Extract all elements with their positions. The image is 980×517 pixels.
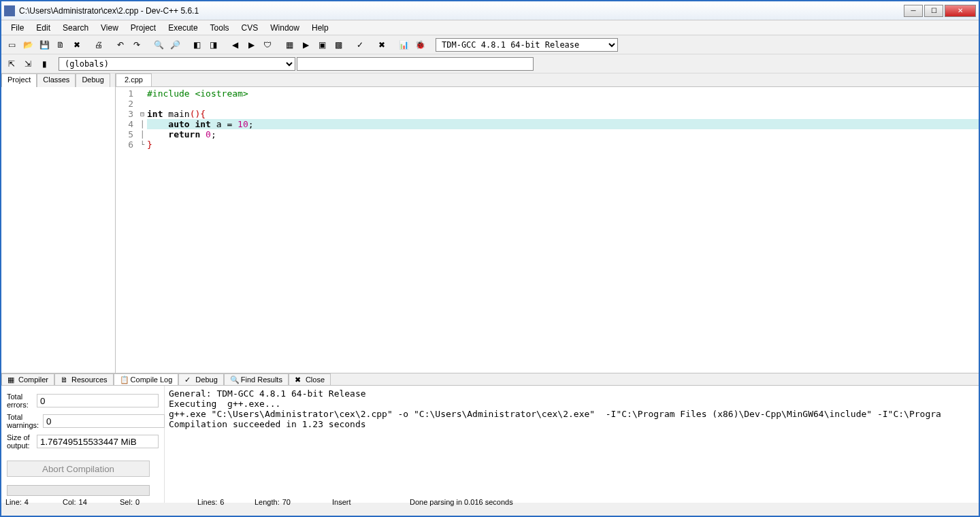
- menu-file[interactable]: File: [5, 22, 29, 34]
- bottom-tab-icon: 🗎: [61, 376, 69, 384]
- menu-help[interactable]: Help: [306, 22, 334, 34]
- sb-col-label: Col:: [63, 498, 76, 506]
- bottom-tab-icon: 📋: [120, 376, 128, 384]
- sb-line-label: Line:: [5, 498, 22, 506]
- project-tree[interactable]: [1, 87, 115, 373]
- bottom-tabs: ▦Compiler🗎Resources📋Compile Log✓Debug🔍Fi…: [1, 373, 979, 386]
- total-warnings-field[interactable]: [43, 414, 165, 428]
- app-icon: [4, 5, 15, 16]
- saveall-icon[interactable]: 🗎: [53, 37, 68, 52]
- left-panel: ProjectClassesDebug: [1, 73, 116, 373]
- bottom-tab-compiler[interactable]: ▦Compiler: [1, 373, 54, 385]
- bottom-tab-label: Debug: [195, 376, 217, 384]
- rebuild-icon[interactable]: ▩: [331, 37, 346, 52]
- menu-execute[interactable]: Execute: [163, 22, 203, 34]
- insert-file-icon[interactable]: ⇱: [4, 56, 19, 71]
- minimize-button[interactable]: ─: [904, 5, 923, 17]
- compile-run-icon[interactable]: ▣: [314, 37, 329, 52]
- menu-search[interactable]: Search: [57, 22, 94, 34]
- window-title: C:\Users\Administrator\cex\2.cpp - Dev-C…: [19, 6, 904, 16]
- fold-column[interactable]: ⊟││└: [137, 87, 147, 373]
- menu-bar: FileEditSearchViewProjectExecuteToolsCVS…: [1, 20, 979, 35]
- bottom-tab-debug[interactable]: ✓Debug: [178, 373, 223, 385]
- maximize-button[interactable]: ☐: [924, 5, 943, 17]
- total-errors-label: Total errors:: [7, 393, 33, 409]
- stop-icon[interactable]: ✖: [374, 37, 389, 52]
- bottom-content: Total errors: Total warnings: Size of ou…: [1, 386, 979, 503]
- sb-sel: 0: [135, 498, 140, 506]
- menu-project[interactable]: Project: [125, 22, 161, 34]
- abort-compilation-button[interactable]: Abort Compilation: [7, 461, 150, 477]
- bottom-tab-label: Find Results: [241, 376, 282, 384]
- menu-edit[interactable]: Edit: [31, 22, 56, 34]
- bottom-tab-label: Close: [306, 376, 325, 384]
- output-size-field[interactable]: [37, 435, 159, 448]
- bookmarks-icon[interactable]: ▮: [37, 56, 52, 71]
- syntax-icon[interactable]: ✓: [353, 37, 368, 52]
- toolbar-1: ▭📂💾🗎✖🖨↶↷🔍🔎◧◨◀▶🛡▦▶▣▩✓✖📊🐞TDM-GCC 4.8.1 64-…: [1, 35, 979, 54]
- compile-log[interactable]: General: TDM-GCC 4.8.1 64-bit Release Ex…: [165, 386, 979, 503]
- open-icon[interactable]: 📂: [20, 37, 35, 52]
- bottom-tab-resources[interactable]: 🗎Resources: [54, 373, 114, 385]
- redo-icon[interactable]: ↷: [129, 37, 144, 52]
- total-warnings-label: Total warnings:: [7, 413, 39, 429]
- bottom-tab-label: Compile Log: [131, 376, 173, 384]
- bottom-tab-compile-log[interactable]: 📋Compile Log: [114, 373, 179, 385]
- close-file-icon[interactable]: ✖: [69, 37, 84, 52]
- code-lines[interactable]: #include <iostream> int main(){ auto int…: [147, 87, 979, 373]
- editor-area: 2.cpp 123456 ⊟││└ #include <iostream> in…: [116, 73, 979, 373]
- compile-stats: Total errors: Total warnings: Size of ou…: [1, 386, 165, 503]
- left-tab-project[interactable]: Project: [1, 73, 37, 87]
- bottom-tab-find-results[interactable]: 🔍Find Results: [224, 373, 289, 385]
- window-buttons: ─ ☐ ✕: [904, 5, 976, 17]
- toggle-bm-icon[interactable]: ◧: [189, 37, 204, 52]
- close-button[interactable]: ✕: [945, 5, 976, 17]
- bottom-tab-icon: ✖: [295, 376, 303, 384]
- menu-cvs[interactable]: CVS: [236, 22, 264, 34]
- globals-combo[interactable]: (globals): [59, 57, 295, 71]
- menu-window[interactable]: Window: [265, 22, 305, 34]
- bottom-tab-close[interactable]: ✖Close: [289, 373, 331, 385]
- bottom-panel: ▦Compiler🗎Resources📋Compile Log✓Debug🔍Fi…: [1, 373, 979, 494]
- replace-icon[interactable]: 🔎: [167, 37, 182, 52]
- menu-view[interactable]: View: [95, 22, 124, 34]
- editor-tab-active[interactable]: 2.cpp: [116, 73, 152, 86]
- debug-ico-icon[interactable]: 🐞: [412, 37, 427, 52]
- left-tabs: ProjectClassesDebug: [1, 73, 115, 87]
- profile-icon[interactable]: 📊: [396, 37, 411, 52]
- bottom-tab-icon: 🔍: [230, 376, 238, 384]
- sb-line: 4: [24, 498, 29, 506]
- find-icon[interactable]: 🔍: [151, 37, 166, 52]
- compiler-select[interactable]: TDM-GCC 4.8.1 64-bit Release: [436, 38, 618, 52]
- undo-icon[interactable]: ↶: [113, 37, 128, 52]
- compile-icon[interactable]: ▦: [282, 37, 297, 52]
- line-gutter: 123456: [116, 87, 137, 373]
- sb-sel-label: Sel:: [120, 498, 133, 506]
- back-icon[interactable]: ◀: [227, 37, 242, 52]
- editor-tabs: 2.cpp: [116, 73, 979, 87]
- fwd-icon[interactable]: ▶: [244, 37, 259, 52]
- left-tab-debug[interactable]: Debug: [76, 73, 110, 87]
- compile-progress: [7, 485, 150, 496]
- menu-tools[interactable]: Tools: [205, 22, 235, 34]
- bottom-tab-label: Resources: [71, 376, 108, 384]
- run-icon[interactable]: ▶: [298, 37, 313, 52]
- bottom-tab-icon: ▦: [7, 376, 16, 384]
- goto-bm-icon[interactable]: ◨: [206, 37, 220, 52]
- sb-col: 14: [79, 498, 87, 506]
- output-size-label: Size of output:: [7, 433, 33, 450]
- main-area: ProjectClassesDebug 2.cpp 123456 ⊟││└ #i…: [1, 73, 979, 373]
- total-errors-field[interactable]: [37, 394, 159, 407]
- new-icon[interactable]: ▭: [4, 37, 19, 52]
- print-icon[interactable]: 🖨: [91, 37, 106, 52]
- title-bar: C:\Users\Administrator\cex\2.cpp - Dev-C…: [1, 1, 979, 20]
- bottom-tab-label: Compiler: [18, 376, 48, 384]
- shield-icon[interactable]: 🛡: [260, 37, 275, 52]
- goto-icon[interactable]: ⇲: [20, 56, 35, 71]
- save-icon[interactable]: 💾: [37, 37, 52, 52]
- code-editor[interactable]: 123456 ⊟││└ #include <iostream> int main…: [116, 87, 979, 373]
- symbol-combo[interactable]: [297, 57, 534, 71]
- bottom-tab-icon: ✓: [184, 376, 193, 384]
- left-tab-classes[interactable]: Classes: [37, 73, 76, 87]
- toolbar-2: ⇱⇲▮ (globals): [1, 54, 979, 73]
